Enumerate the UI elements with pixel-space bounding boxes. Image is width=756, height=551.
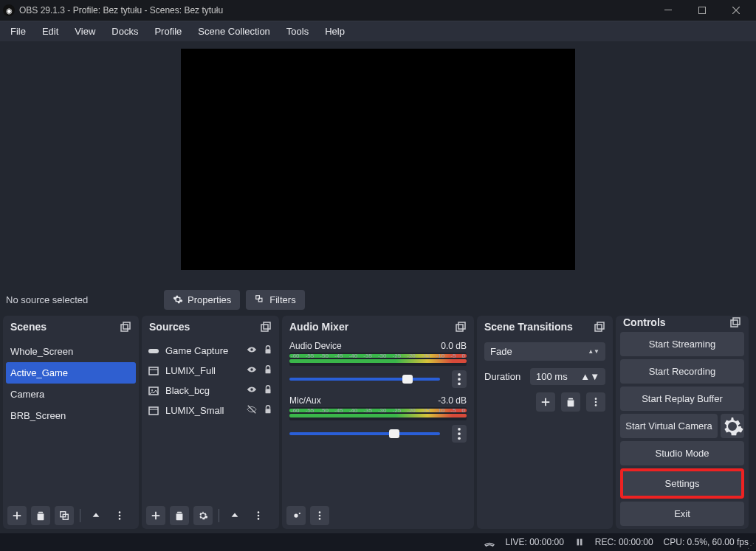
popout-icon[interactable] — [455, 321, 467, 333]
channel-db: 0.0 dB — [441, 341, 467, 351]
updown-icon: ▲▼ — [588, 348, 599, 355]
scene-item[interactable]: Active_Game — [6, 362, 136, 384]
svg-rect-11 — [261, 325, 268, 331]
scene-up-button[interactable] — [86, 506, 106, 525]
source-remove-button[interactable] — [170, 506, 189, 525]
minimize-button[interactable] — [651, 0, 685, 21]
source-row[interactable]: LUMIX_Full — [142, 361, 279, 381]
svg-rect-4 — [121, 325, 128, 331]
menu-help[interactable]: Help — [317, 23, 352, 40]
lock-toggle[interactable] — [263, 364, 273, 377]
rec-label: REC: 00:00:00 — [595, 537, 653, 547]
svg-rect-12 — [264, 322, 270, 329]
menu-view[interactable]: View — [67, 23, 103, 40]
svg-point-31 — [458, 382, 461, 385]
visibility-toggle[interactable] — [247, 364, 257, 377]
scenes-list[interactable]: Whole_ScreenActive_GameCameraBRB_Screen — [3, 338, 139, 502]
transition-add-button[interactable] — [536, 392, 555, 412]
transitions-title: Scene Transitions — [484, 321, 573, 333]
svg-point-40 — [595, 398, 597, 400]
mixer-advanced-button[interactable] — [286, 506, 306, 525]
duration-spinner[interactable]: 100 ms ▲▼ — [530, 368, 605, 385]
menu-profile[interactable]: Profile — [147, 23, 189, 40]
exit-button[interactable]: Exit — [620, 502, 744, 526]
scenes-dock: Scenes Whole_ScreenActive_GameCameraBRB_… — [3, 316, 139, 529]
channel-menu-button[interactable] — [452, 370, 467, 388]
volume-slider[interactable] — [289, 432, 440, 435]
scene-item[interactable]: Camera — [3, 384, 139, 405]
source-add-button[interactable] — [146, 506, 165, 525]
studio-mode-button[interactable]: Studio Mode — [620, 441, 744, 465]
svg-rect-5 — [123, 322, 130, 329]
scene-item[interactable]: Whole_Screen — [3, 341, 139, 362]
visibility-toggle[interactable] — [247, 384, 257, 397]
visibility-toggle[interactable] — [247, 404, 257, 417]
source-properties-button[interactable] — [193, 506, 213, 525]
popout-icon[interactable] — [260, 321, 272, 333]
resize-grip-icon[interactable]: ⋰ — [747, 541, 755, 550]
mixer-title: Audio Mixer — [289, 321, 348, 333]
scene-item[interactable]: BRB_Screen — [3, 405, 139, 426]
gamepad-icon — [148, 345, 159, 357]
scene-add-button[interactable] — [7, 506, 27, 525]
channel-db: -3.0 dB — [438, 395, 467, 406]
start-streaming-button[interactable]: Start Streaming — [620, 332, 744, 356]
transition-menu-button[interactable] — [586, 392, 605, 412]
mixer-menu-button[interactable] — [310, 506, 329, 525]
filters-button[interactable]: Filters — [246, 290, 304, 310]
close-button[interactable] — [719, 0, 753, 21]
start-virtual-camera-button[interactable]: Start Virtual Camera — [620, 414, 718, 438]
menu-file[interactable]: File — [3, 23, 33, 40]
svg-point-36 — [319, 515, 321, 517]
menu-tools[interactable]: Tools — [279, 23, 316, 40]
svg-rect-27 — [456, 325, 463, 331]
virtual-camera-settings-button[interactable] — [721, 414, 744, 438]
scene-more-button[interactable] — [110, 506, 129, 525]
controls-title: Controls — [623, 316, 666, 328]
lock-toggle[interactable] — [263, 384, 273, 397]
svg-point-34 — [458, 437, 461, 440]
visibility-toggle[interactable] — [247, 344, 257, 357]
properties-button[interactable]: Properties — [164, 290, 240, 310]
channel-menu-button[interactable] — [452, 425, 467, 443]
svg-point-9 — [119, 515, 121, 517]
source-up-button[interactable] — [225, 506, 244, 525]
scene-filter-button[interactable] — [55, 506, 74, 525]
sources-list[interactable]: Game Capture LUMIX_Full Black_bcg LUMIX_… — [142, 338, 279, 502]
popout-icon[interactable] — [729, 316, 741, 328]
audio-mixer-dock: Audio Mixer Audio Device0.0 dB -60-55-50… — [282, 316, 474, 529]
scenes-title: Scenes — [10, 321, 47, 333]
svg-rect-23 — [266, 409, 271, 413]
preview-canvas[interactable] — [181, 49, 575, 270]
settings-button[interactable]: Settings — [623, 471, 741, 496]
transition-select[interactable]: Fade ▲▼ — [484, 342, 605, 361]
svg-point-41 — [595, 401, 597, 403]
source-row[interactable]: LUMIX_Small — [142, 401, 279, 420]
svg-point-29 — [458, 373, 461, 376]
audio-meter: -60-55-50-45-40-35-30-25-20-15-10-50 — [289, 353, 467, 366]
popout-icon[interactable] — [120, 321, 131, 333]
menu-docks[interactable]: Docks — [104, 23, 145, 40]
menu-scene-collection[interactable]: Scene Collection — [190, 23, 278, 40]
svg-rect-44 — [733, 318, 740, 325]
source-row[interactable]: Game Capture — [142, 341, 279, 361]
menu-bar: File Edit View Docks Profile Scene Colle… — [0, 21, 756, 41]
svg-rect-39 — [597, 322, 604, 329]
popout-icon[interactable] — [594, 321, 605, 333]
volume-slider[interactable] — [289, 378, 440, 381]
lock-toggle[interactable] — [263, 404, 273, 417]
source-row[interactable]: Black_bcg — [142, 381, 279, 401]
start-recording-button[interactable]: Start Recording — [620, 359, 744, 384]
maximize-button[interactable] — [685, 0, 719, 21]
transition-remove-button[interactable] — [561, 392, 580, 412]
start-replay-button[interactable]: Start Replay Buffer — [620, 387, 744, 411]
svg-rect-28 — [458, 322, 465, 329]
menu-edit[interactable]: Edit — [35, 23, 66, 40]
duration-label: Duration — [484, 371, 526, 382]
svg-point-42 — [595, 404, 597, 406]
svg-point-10 — [119, 518, 121, 520]
scene-remove-button[interactable] — [31, 506, 50, 525]
lock-toggle[interactable] — [263, 344, 273, 357]
source-more-button[interactable] — [249, 506, 268, 525]
svg-point-25 — [258, 515, 260, 517]
